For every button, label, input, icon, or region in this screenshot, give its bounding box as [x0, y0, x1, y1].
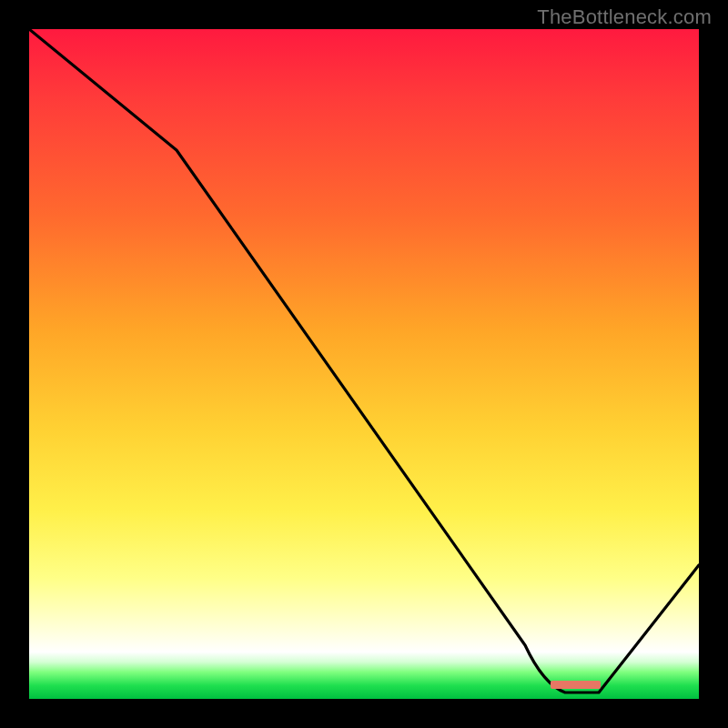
watermark-text: TheBottleneck.com: [537, 5, 712, 29]
gradient-plot-area: [29, 29, 699, 699]
chart-frame: TheBottleneck.com: [0, 0, 728, 728]
optimum-range-marker: [551, 681, 601, 689]
